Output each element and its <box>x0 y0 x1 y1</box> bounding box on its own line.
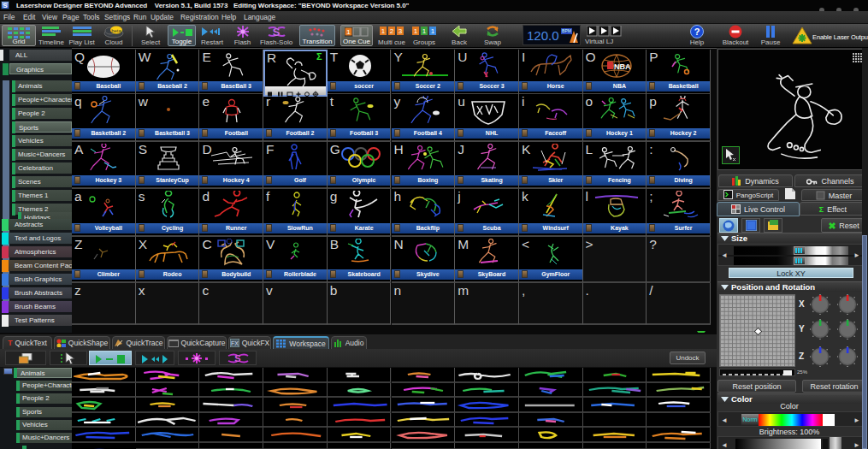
svg-text:1: 1 <box>381 27 386 35</box>
svg-text:S: S <box>234 353 240 363</box>
svg-text:1: 1 <box>346 28 351 36</box>
svg-text:1: 1 <box>414 27 418 35</box>
svg-text:beta: beta <box>111 28 121 33</box>
svg-text:2: 2 <box>390 27 394 35</box>
svg-text:?: ? <box>694 27 700 37</box>
svg-text:NBA: NBA <box>614 62 631 71</box>
svg-text:FX: FX <box>231 340 239 346</box>
svg-text:1: 1 <box>422 27 427 35</box>
svg-text:S: S <box>273 26 280 38</box>
svg-text:1: 1 <box>431 27 435 35</box>
svg-text:3: 3 <box>399 27 403 35</box>
